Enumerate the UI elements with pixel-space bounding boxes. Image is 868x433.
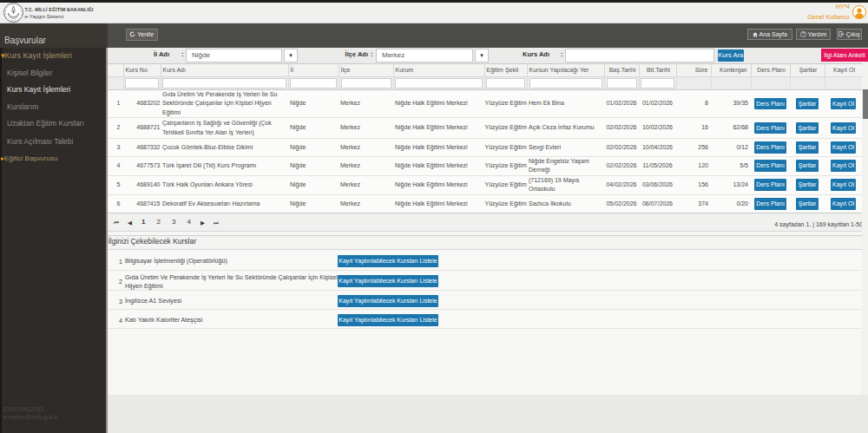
svg-text:?: ? <box>802 32 805 36</box>
